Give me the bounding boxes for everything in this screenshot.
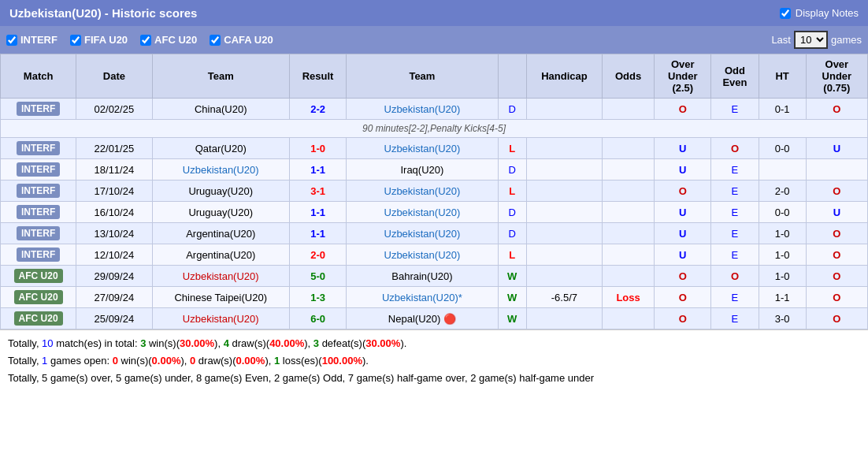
cafa-u20-checkbox[interactable]	[210, 35, 221, 46]
date-cell: 18/11/24	[76, 159, 152, 181]
display-notes-checkbox[interactable]	[780, 8, 791, 19]
match-type-badge: INTERF	[17, 226, 60, 240]
team2-cell: Uzbekistan(U20)	[347, 244, 499, 266]
games-label: games	[831, 34, 862, 46]
over-under-075-cell: O	[806, 99, 867, 120]
open-games: 1	[42, 355, 47, 367]
outcome-cell: W	[498, 308, 526, 329]
over-under-25-cell: O	[655, 99, 711, 120]
team2-cell: Uzbekistan(U20)	[347, 138, 499, 159]
afc-u20-label: AFC U20	[154, 34, 197, 46]
team2-cell: Uzbekistan(U20)	[347, 181, 499, 202]
open-win-pct: 0.00%	[152, 355, 181, 367]
col-team2: Team	[347, 54, 499, 99]
outcome-cell: W	[498, 266, 526, 287]
summary-line3: Totally, 5 game(s) over, 5 game(s) under…	[8, 370, 860, 387]
match-type-badge: INTERF	[17, 248, 60, 262]
last-games-select[interactable]: 10 20 30 50	[794, 31, 828, 49]
over-under-075-cell: O	[806, 223, 867, 244]
match-badge-cell: INTERF	[1, 159, 76, 181]
afc-u20-checkbox[interactable]	[140, 35, 151, 46]
over-under-25-cell: U	[655, 202, 711, 223]
handicap-cell	[526, 244, 602, 266]
fifa-u20-checkbox[interactable]	[70, 35, 81, 46]
table-header-row: Match Date Team Result Team Handicap Odd…	[1, 54, 868, 99]
over-under-25-cell: U	[655, 223, 711, 244]
team2-cell: Uzbekistan(U20)*	[347, 287, 499, 308]
team1-cell: Uzbekistan(U20)	[152, 308, 289, 329]
display-notes-label: Display Notes	[796, 7, 859, 19]
team2-cell: Iraq(U20)	[347, 159, 499, 181]
odds-cell: Loss	[603, 287, 655, 308]
outcome-cell: L	[498, 181, 526, 202]
open-draws: 0	[190, 355, 195, 367]
ht-cell: 0-1	[759, 99, 806, 120]
odds-cell	[603, 308, 655, 329]
match-type-badge: AFC U20	[14, 290, 63, 304]
handicap-cell	[526, 308, 602, 329]
filter-fifa-u20[interactable]: FIFA U20	[70, 34, 128, 46]
table-row: INTERF 12/10/24 Argentina(U20) 2-0 Uzbek…	[1, 244, 868, 266]
ht-cell: 0-0	[759, 138, 806, 159]
match-badge-cell: AFC U20	[1, 266, 76, 287]
match-badge-cell: INTERF	[1, 202, 76, 223]
ht-cell: 1-0	[759, 244, 806, 266]
match-badge-cell: INTERF	[1, 181, 76, 202]
table-row: INTERF 02/02/25 China(U20) 2-2 Uzbekista…	[1, 99, 868, 120]
col-result: Result	[289, 54, 346, 99]
defeat-pct: 30.00%	[365, 337, 400, 349]
odds-cell	[603, 223, 655, 244]
odds-cell	[603, 181, 655, 202]
table-row: INTERF 18/11/24 Uzbekistan(U20) 1-1 Iraq…	[1, 159, 868, 181]
penalty-note-cell: 90 minutes[2-2],Penalty Kicks[4-5]	[1, 120, 868, 138]
team1-cell: Argentina(U20)	[152, 244, 289, 266]
total-matches: 10	[42, 337, 53, 349]
over-under-25-cell: U	[655, 244, 711, 266]
over-under-25-cell: U	[655, 159, 711, 181]
result-cell: 2-0	[289, 244, 346, 266]
match-type-badge: INTERF	[17, 141, 60, 155]
ht-cell: 0-0	[759, 202, 806, 223]
over-under-25-cell: O	[655, 181, 711, 202]
over-under-075-cell: U	[806, 202, 867, 223]
last-label: Last	[771, 34, 791, 46]
col-outcome	[498, 54, 526, 99]
result-cell: 6-0	[289, 308, 346, 329]
main-container: Uzbekistan(U20) - Historic scores Displa…	[0, 0, 868, 392]
team1-cell: Uruguay(U20)	[152, 181, 289, 202]
date-cell: 22/01/25	[76, 138, 152, 159]
match-badge-cell: AFC U20	[1, 287, 76, 308]
display-notes-section: Display Notes	[780, 7, 859, 19]
over-under-25-cell: O	[655, 266, 711, 287]
team1-cell: Qatar(U20)	[152, 138, 289, 159]
match-badge-cell: INTERF	[1, 138, 76, 159]
interf-checkbox[interactable]	[6, 35, 17, 46]
win-pct: 30.00%	[180, 337, 214, 349]
open-draw-pct: 0.00%	[236, 355, 265, 367]
over-under-075-cell: O	[806, 244, 867, 266]
result-cell: 1-1	[289, 159, 346, 181]
over-under-25-cell: O	[655, 287, 711, 308]
result-cell: 1-1	[289, 223, 346, 244]
match-type-badge: INTERF	[17, 162, 60, 177]
handicap-cell	[526, 266, 602, 287]
penalty-note-row: 90 minutes[2-2],Penalty Kicks[4-5]	[1, 120, 868, 138]
odds-cell	[603, 244, 655, 266]
odd-even-cell: E	[711, 223, 759, 244]
total-wins: 3	[140, 337, 146, 349]
summary-line1: Totally, 10 match(es) in total: 3 win(s)…	[8, 335, 860, 352]
total-defeats: 3	[313, 337, 319, 349]
ht-cell: 3-0	[759, 308, 806, 329]
match-badge-cell: AFC U20	[1, 308, 76, 329]
odd-even-cell: E	[711, 202, 759, 223]
outcome-cell: D	[498, 223, 526, 244]
filter-cafa-u20[interactable]: CAFA U20	[210, 34, 273, 46]
team2-cell: Uzbekistan(U20)	[347, 223, 499, 244]
team1-cell: Uzbekistan(U20)	[152, 159, 289, 181]
match-type-badge: INTERF	[17, 205, 60, 219]
filter-afc-u20[interactable]: AFC U20	[140, 34, 197, 46]
result-cell: 1-1	[289, 202, 346, 223]
filter-interf[interactable]: INTERF	[6, 34, 57, 46]
cafa-u20-label: CAFA U20	[224, 34, 273, 46]
odd-even-cell: E	[711, 244, 759, 266]
